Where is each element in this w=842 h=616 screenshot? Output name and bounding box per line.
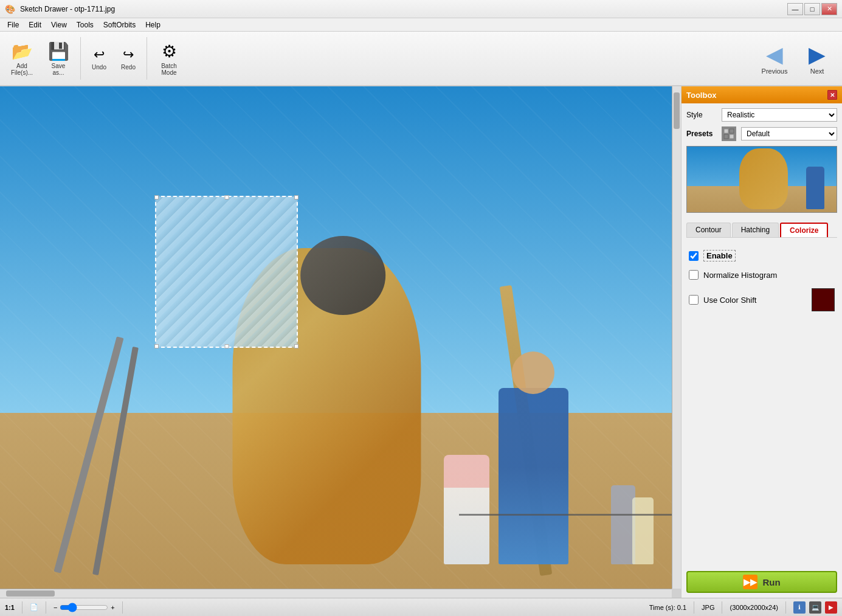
status-info-icon[interactable]: ℹ [793, 601, 806, 614]
style-row: Style Realistic [686, 108, 837, 122]
status-zoom-level: 1:1 [5, 604, 15, 611]
toolbox-thumbnail [686, 146, 837, 213]
vertical-scroll-thumb[interactable] [674, 92, 680, 129]
batch-icon: ⚙ [162, 41, 177, 61]
next-label: Next [810, 67, 824, 75]
tab-hatching[interactable]: Hatching [732, 223, 779, 237]
bg-person-2 [632, 497, 654, 564]
style-select[interactable]: Realistic [722, 108, 837, 122]
app-title: Sketch Drawer - otp-1711.jpg [20, 5, 115, 13]
person-body [499, 388, 568, 564]
horizontal-scrollbar[interactable] [0, 589, 672, 598]
status-computer-icon[interactable]: 💻 [809, 601, 821, 614]
style-label: Style [686, 111, 717, 119]
status-dimensions: (3000x2000x24) [730, 604, 778, 611]
status-sep-5 [722, 601, 722, 614]
color-swatch[interactable] [812, 288, 835, 311]
menu-help[interactable]: Help [140, 19, 165, 30]
image-display [0, 86, 672, 589]
menu-softorbits[interactable]: SoftOrbits [98, 19, 140, 30]
zoom-minus-icon[interactable]: − [53, 604, 57, 611]
status-sep-1 [22, 601, 22, 614]
presets-label: Presets [686, 130, 717, 138]
scrollbar-corner [672, 589, 681, 598]
toolbox-panel: Toolbox ✕ Style Realistic Presets [681, 86, 842, 598]
save-icon: 💾 [48, 41, 69, 61]
enable-checkbox[interactable] [689, 251, 699, 261]
presets-icon [722, 126, 736, 141]
redo-label: Redo [121, 64, 136, 71]
handle-bm[interactable] [224, 344, 229, 348]
enable-row: Enable [689, 250, 835, 261]
close-button[interactable]: ✕ [821, 3, 837, 15]
toolbox-close-button[interactable]: ✕ [827, 90, 837, 100]
batch-mode-button[interactable]: ⚙ BatchMode [152, 35, 186, 81]
normalize-histogram-label[interactable]: Normalize Histogram [703, 271, 777, 280]
child-figure [444, 455, 489, 564]
horizontal-scroll-thumb[interactable] [6, 590, 55, 597]
normalize-row: Normalize Histogram [689, 270, 835, 280]
save-as-button[interactable]: 💾 Saveas... [41, 35, 75, 81]
add-files-label: AddFile(s)... [11, 63, 33, 76]
svg-rect-3 [730, 134, 734, 139]
app-icon: 🎨 [5, 4, 15, 14]
tab-contour[interactable]: Contour [686, 223, 731, 237]
sketch-selection-box[interactable] [155, 196, 298, 348]
enable-label[interactable]: Enable [703, 250, 736, 261]
previous-icon: ◀ [766, 42, 783, 67]
handle-tm[interactable] [224, 195, 229, 199]
run-icon: ▶▶ [743, 575, 757, 589]
presets-select[interactable]: Default [741, 127, 837, 140]
status-file-icon: 📄 [30, 603, 38, 611]
run-label: Run [762, 577, 780, 587]
toolbox-content: Style Realistic Presets Default [682, 103, 842, 566]
maximize-button[interactable]: □ [804, 3, 820, 15]
minimize-button[interactable]: — [787, 3, 803, 15]
redo-icon: ↪ [123, 47, 134, 63]
undo-icon: ↩ [94, 47, 105, 63]
menu-view[interactable]: View [46, 19, 72, 30]
add-files-button[interactable]: 📂 AddFile(s)... [5, 35, 39, 81]
thumb-gorilla [739, 148, 788, 209]
normalize-histogram-checkbox[interactable] [689, 270, 699, 280]
tab-colorize[interactable]: Colorize [780, 223, 828, 237]
status-time: Time (s): 0.1 [649, 604, 686, 611]
handle-bl[interactable] [154, 344, 159, 348]
handle-br[interactable] [294, 344, 298, 348]
toolbox-header: Toolbox ✕ [682, 86, 842, 103]
use-color-shift-checkbox[interactable] [689, 295, 699, 305]
zoom-slider[interactable] [60, 603, 108, 612]
svg-rect-0 [724, 129, 728, 133]
handle-tl[interactable] [154, 195, 159, 199]
use-color-shift-label[interactable]: Use Color Shift [703, 296, 756, 305]
menu-tools[interactable]: Tools [72, 19, 98, 30]
canvas-area[interactable] [0, 86, 681, 598]
batch-mode-label: BatchMode [161, 63, 177, 76]
zoom-plus-icon[interactable]: + [111, 604, 114, 611]
status-format: JPG [702, 604, 714, 611]
status-sep-4 [694, 601, 694, 614]
next-button[interactable]: ▶ Next [802, 42, 832, 75]
handle-tr[interactable] [294, 195, 298, 199]
status-sep-2 [46, 601, 46, 614]
vertical-scrollbar[interactable] [672, 86, 681, 589]
undo-button[interactable]: ↩ Undo [86, 35, 112, 81]
bg-person-1 [611, 485, 635, 564]
statusbar: 1:1 📄 − + Time (s): 0.1 JPG (3000x2000x2… [0, 598, 842, 616]
titlebar: 🎨 Sketch Drawer - otp-1711.jpg — □ ✕ [0, 0, 842, 18]
person-head [512, 351, 554, 394]
status-icons: ℹ 💻 ▶ [793, 601, 837, 614]
previous-button[interactable]: ◀ Previous [759, 42, 790, 75]
thumb-person [806, 167, 824, 209]
menu-file[interactable]: File [2, 19, 24, 30]
add-files-icon: 📂 [12, 41, 33, 61]
status-youtube-icon[interactable]: ▶ [825, 601, 837, 614]
main-area: Toolbox ✕ Style Realistic Presets [0, 86, 842, 598]
toolbox-title: Toolbox [686, 91, 717, 100]
redo-button[interactable]: ↪ Redo [115, 35, 142, 81]
toolbar-separator-1 [80, 37, 81, 80]
presets-row: Presets Default [686, 126, 837, 141]
status-info: Time (s): 0.1 JPG (3000x2000x24) ℹ 💻 ▶ [649, 601, 837, 614]
menu-edit[interactable]: Edit [24, 19, 46, 30]
run-button[interactable]: ▶▶ Run [686, 571, 837, 593]
